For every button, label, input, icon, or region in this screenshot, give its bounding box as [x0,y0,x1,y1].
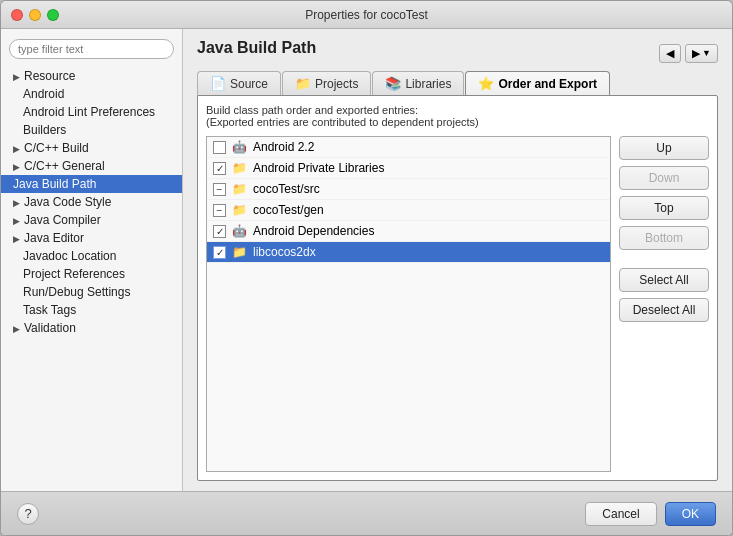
build-desc-line2: (Exported entries are contributed to dep… [206,116,709,128]
traffic-lights [11,9,59,21]
icon-android-private: 📁 [232,161,247,175]
label-src: cocoTest/src [253,182,604,196]
forward-dropdown-button[interactable]: ▶ ▼ [685,44,718,63]
sidebar-item-java-code-style[interactable]: Java Code Style [1,193,182,211]
checkbox-android22[interactable] [213,141,226,154]
sidebar: Resource Android Android Lint Preference… [1,29,183,491]
cancel-button[interactable]: Cancel [585,502,656,526]
order-tab-icon: ⭐ [478,76,494,91]
tab-order-label: Order and Export [498,77,597,91]
tab-bar: 📄 Source 📁 Projects 📚 Libraries ⭐ Order … [197,71,718,95]
nav-row: Java Build Path ◀ ▶ ▼ [197,39,718,67]
icon-src: 📁 [232,182,247,196]
entry-src[interactable]: 📁 cocoTest/src [207,179,610,200]
ok-button[interactable]: OK [665,502,716,526]
main-content: Resource Android Android Lint Preference… [1,29,732,491]
sidebar-item-java-compiler[interactable]: Java Compiler [1,211,182,229]
tab-source-label: Source [230,77,268,91]
label-libcocos: libcocos2dx [253,245,604,259]
up-button[interactable]: Up [619,136,709,160]
sidebar-item-run-debug[interactable]: Run/Debug Settings [1,283,182,301]
close-button[interactable] [11,9,23,21]
label-android-private: Android Private Libraries [253,161,604,175]
entry-android22[interactable]: 🤖 Android 2.2 [207,137,610,158]
main-panel: Java Build Path ◀ ▶ ▼ 📄 Source [183,29,732,491]
build-area: Build class path order and exported entr… [197,95,718,481]
entry-gen[interactable]: 📁 cocoTest/gen [207,200,610,221]
sidebar-item-android[interactable]: Android [1,85,182,103]
filter-box [9,39,174,59]
sidebar-item-resource[interactable]: Resource [1,67,182,85]
sidebar-item-cpp-build[interactable]: C/C++ Build [1,139,182,157]
label-android22: Android 2.2 [253,140,604,154]
bottom-bar: ? Cancel OK [1,491,732,535]
sidebar-item-project-refs[interactable]: Project References [1,265,182,283]
tab-source[interactable]: 📄 Source [197,71,281,95]
dropdown-icon: ▼ [702,48,711,58]
sidebar-item-builders[interactable]: Builders [1,121,182,139]
build-desc-line1: Build class path order and exported entr… [206,104,709,116]
tab-libraries[interactable]: 📚 Libraries [372,71,464,95]
window: Properties for cocoTest Resource Android… [0,0,733,536]
label-gen: cocoTest/gen [253,203,604,217]
filter-input[interactable] [9,39,174,59]
entry-android-deps[interactable]: 🤖 Android Dependencies [207,221,610,242]
select-all-button[interactable]: Select All [619,268,709,292]
panel-title: Java Build Path [197,39,316,57]
down-button[interactable]: Down [619,166,709,190]
entry-android-private[interactable]: 📁 Android Private Libraries [207,158,610,179]
label-android-deps: Android Dependencies [253,224,604,238]
checkbox-libcocos[interactable] [213,246,226,259]
sidebar-item-java-editor[interactable]: Java Editor [1,229,182,247]
source-tab-icon: 📄 [210,76,226,91]
checkbox-src[interactable] [213,183,226,196]
projects-tab-icon: 📁 [295,76,311,91]
bottom-right-buttons: Cancel OK [585,502,716,526]
build-desc: Build class path order and exported entr… [206,104,709,128]
icon-android22: 🤖 [232,140,247,154]
checkbox-gen[interactable] [213,204,226,217]
deselect-all-button[interactable]: Deselect All [619,298,709,322]
tab-order[interactable]: ⭐ Order and Export [465,71,610,95]
entry-libcocos[interactable]: 📁 libcocos2dx [207,242,610,263]
titlebar: Properties for cocoTest [1,1,732,29]
sidebar-item-task-tags[interactable]: Task Tags [1,301,182,319]
help-button[interactable]: ? [17,503,39,525]
checkbox-android-private[interactable] [213,162,226,175]
tab-libraries-label: Libraries [405,77,451,91]
sidebar-item-java-build-path[interactable]: Java Build Path [1,175,182,193]
maximize-button[interactable] [47,9,59,21]
entry-list[interactable]: 🤖 Android 2.2 📁 Android Private Librarie… [206,136,611,472]
libraries-tab-icon: 📚 [385,76,401,91]
bottom-button[interactable]: Bottom [619,226,709,250]
window-title: Properties for cocoTest [1,8,732,22]
back-button[interactable]: ◀ [659,44,681,63]
icon-gen: 📁 [232,203,247,217]
icon-android-deps: 🤖 [232,224,247,238]
tab-projects-label: Projects [315,77,358,91]
sidebar-item-android-lint[interactable]: Android Lint Preferences [1,103,182,121]
top-button[interactable]: Top [619,196,709,220]
sidebar-item-javadoc[interactable]: Javadoc Location [1,247,182,265]
nav-buttons: ◀ ▶ ▼ [659,44,718,63]
tab-projects[interactable]: 📁 Projects [282,71,371,95]
build-content: 🤖 Android 2.2 📁 Android Private Librarie… [206,136,709,472]
icon-libcocos: 📁 [232,245,247,259]
forward-icon: ▶ [692,47,700,60]
side-buttons: Up Down Top Bottom Select All Deselect A… [619,136,709,472]
checkbox-android-deps[interactable] [213,225,226,238]
back-icon: ◀ [666,47,674,60]
sidebar-item-cpp-general[interactable]: C/C++ General [1,157,182,175]
minimize-button[interactable] [29,9,41,21]
sidebar-item-validation[interactable]: Validation [1,319,182,337]
